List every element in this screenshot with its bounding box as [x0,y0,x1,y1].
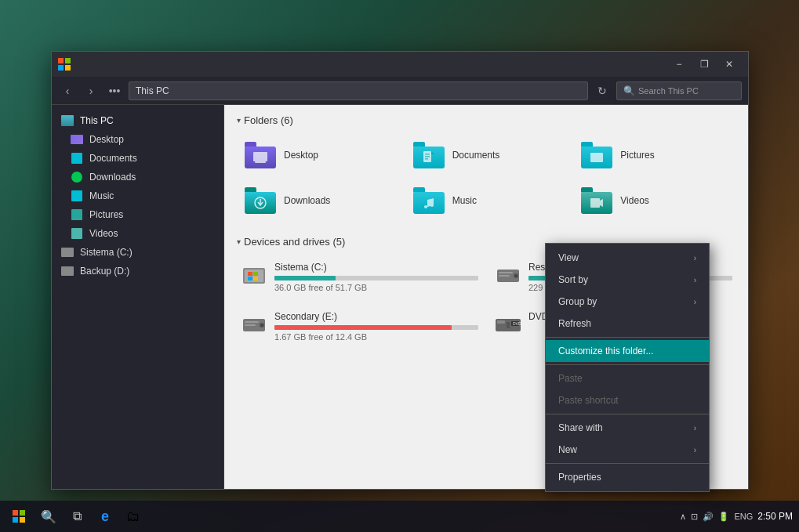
forward-button[interactable]: › [82,81,100,100]
ctx-customize[interactable]: Customize this folder... [546,340,709,362]
sidebar-label-backup: Backup (D:) [80,266,129,277]
minimize-button[interactable]: − [666,52,692,77]
downloads-icon [71,171,83,183]
tray-chevron-icon[interactable]: ∧ [680,512,686,522]
search-icon: 🔍 [623,85,635,96]
secondary-drive-icon [240,311,268,339]
taskbar-search-button[interactable]: 🔍 [36,504,61,529]
folder-desktop-label: Desktop [284,150,318,161]
svg-rect-18 [248,277,252,280]
svg-rect-7 [590,153,603,162]
sidebar-item-videos[interactable]: Videos [52,224,223,243]
pictures-icon [71,208,83,221]
sidebar-item-desktop[interactable]: Desktop [52,130,223,149]
ctx-new-label: New [558,444,577,455]
folder-downloads-label: Downloads [284,195,330,206]
ctx-share-arrow-icon: › [694,424,696,432]
recent-locations-button[interactable]: ••• [105,81,124,100]
sidebar-item-documents[interactable]: Documents [52,149,223,168]
ctx-refresh[interactable]: Refresh [546,313,709,335]
svg-point-8 [592,154,595,157]
taskbar-task-view-button[interactable]: ⧉ [64,504,89,529]
drive-secondary[interactable]: Secondary (E:) 1.67 GB free of 12.4 GB [237,306,481,346]
sidebar-label-documents: Documents [89,153,137,164]
svg-rect-31 [497,320,505,324]
restore-button[interactable]: ❐ [692,52,717,77]
tray-volume-icon: 🔊 [703,512,714,522]
taskbar-explorer-button[interactable]: 🗂 [121,504,146,529]
folders-header-label: Folders (6) [244,114,293,126]
ctx-properties[interactable]: Properties [546,466,709,488]
svg-rect-0 [253,152,267,161]
svg-rect-34 [507,322,510,328]
svg-rect-24 [499,275,510,277]
back-button[interactable]: ‹ [58,81,77,100]
folder-documents-icon [413,142,445,168]
title-bar: − ❐ ✕ [52,52,748,77]
svg-point-22 [515,275,518,277]
context-menu: View › Sort by › Group by › Refresh Cust… [545,243,710,492]
svg-rect-28 [245,321,259,323]
refresh-button[interactable]: ↻ [593,81,612,100]
folder-videos-label: Videos [620,195,648,206]
svg-text:DVD: DVD [513,321,521,326]
search-box[interactable]: 🔍 Search This PC [616,81,742,100]
ctx-divider-2 [546,364,709,365]
ctx-group-label: Group by [558,296,597,307]
secondary-drive-name: Secondary (E:) [274,311,478,322]
folders-chevron-icon: ▾ [237,116,241,125]
ctx-new-arrow-icon: › [694,446,696,454]
sidebar-item-this-pc[interactable]: This PC [52,111,223,130]
sidebar-label-sistema: Sistema (C:) [80,247,133,258]
ctx-customize-label: Customize this folder... [558,346,653,356]
folder-music-label: Music [452,195,477,206]
folder-downloads-icon [245,187,276,214]
drive-sistema[interactable]: Sistema (C:) 36.0 GB free of 51.7 GB [237,257,481,297]
svg-rect-13 [590,198,600,208]
taskbar: 🔍 ⧉ e 🗂 ∧ ⊡ 🔊 🔋 ENG 2:50 PM [0,501,799,532]
svg-point-12 [430,204,434,207]
sidebar: This PC Desktop Documents Downloads [52,105,224,489]
window-controls: − ❐ ✕ [666,52,742,77]
sidebar-item-sistema[interactable]: Sistema (C:) [52,243,223,262]
folder-downloads[interactable]: Downloads [237,181,399,220]
svg-rect-16 [248,272,252,276]
address-path[interactable]: This PC [129,81,588,100]
drives-chevron-icon: ▾ [237,237,241,246]
tray-battery-icon: 🔋 [718,512,729,522]
svg-rect-17 [253,272,258,276]
start-button[interactable] [6,504,31,529]
ctx-new[interactable]: New › [546,439,709,461]
sidebar-item-music[interactable]: Music [52,186,223,205]
ctx-sort-by[interactable]: Sort by › [546,269,709,291]
sidebar-label-music: Music [89,190,114,201]
videos-icon [71,227,83,240]
secondary-bar-fill [274,325,452,330]
ctx-share-with[interactable]: Share with › [546,417,709,439]
folder-music-icon [413,187,445,214]
folder-videos-icon [581,187,612,214]
ctx-view[interactable]: View › [546,247,709,269]
ctx-paste: Paste [546,367,709,389]
folder-desktop-icon [245,142,276,168]
close-button[interactable]: ✕ [717,52,742,77]
taskbar-edge-button[interactable]: e [93,504,118,529]
this-pc-icon [61,114,74,127]
sidebar-item-downloads[interactable]: Downloads [52,168,223,186]
sidebar-label-downloads: Downloads [89,172,136,183]
svg-point-27 [261,324,263,327]
folder-documents[interactable]: Documents [405,136,568,175]
folder-pictures[interactable]: Pictures [573,136,735,175]
folder-pictures-icon [581,142,612,168]
folder-desktop[interactable]: Desktop [237,136,399,175]
sidebar-item-pictures[interactable]: Pictures [52,205,223,224]
ctx-group-by[interactable]: Group by › [546,291,709,313]
sidebar-label-this-pc: This PC [80,115,114,126]
folder-music[interactable]: Music [405,181,568,220]
ctx-properties-label: Properties [558,472,601,483]
documents-icon [71,152,83,165]
sidebar-item-backup[interactable]: Backup (D:) [52,262,223,280]
ctx-sort-label: Sort by [558,274,588,285]
svg-rect-1 [255,161,266,163]
folder-videos[interactable]: Videos [573,181,735,220]
